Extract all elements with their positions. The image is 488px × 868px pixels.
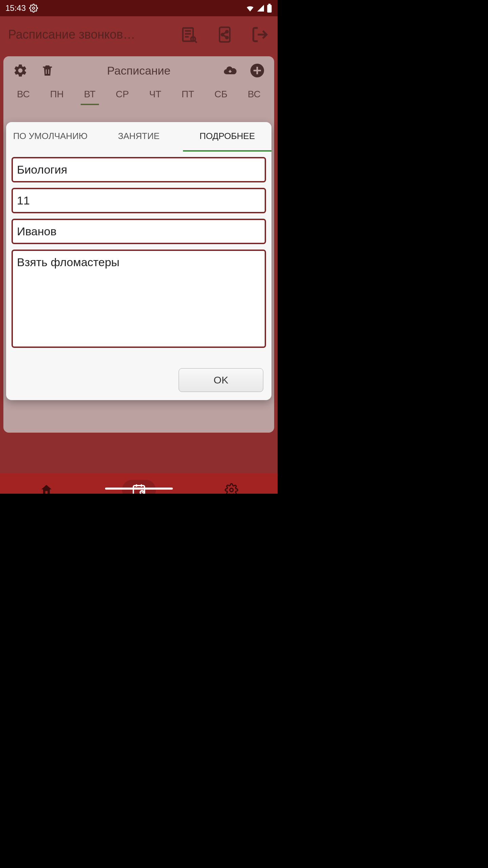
gear-outline-icon [29, 4, 38, 13]
dialog-tab-lesson[interactable]: ЗАНЯТИЕ [95, 122, 183, 152]
note-textarea[interactable] [12, 250, 266, 348]
svg-rect-2 [268, 4, 271, 5]
wifi-icon [246, 4, 255, 13]
svg-point-26 [230, 488, 233, 492]
signal-icon [257, 4, 265, 12]
battery-icon [267, 4, 272, 13]
status-time: 15:43 [5, 3, 26, 13]
bottom-nav: Время Расписание Настройки [0, 473, 278, 494]
nav-schedule[interactable]: Расписание [93, 473, 185, 494]
svg-point-0 [33, 7, 35, 9]
dialog-tab-default[interactable]: ПО УМОЛЧАНИЮ [6, 122, 95, 152]
nav-time[interactable]: Время [0, 473, 93, 494]
svg-rect-1 [267, 5, 272, 13]
nav-settings[interactable]: Настройки [185, 473, 278, 494]
edit-lesson-dialog: ПО УМОЛЧАНИЮ ЗАНЯТИЕ ПОДРОБНЕЕ OK [6, 122, 271, 400]
ok-button[interactable]: OK [179, 368, 263, 392]
teacher-input[interactable] [12, 219, 266, 244]
dialog-tab-details[interactable]: ПОДРОБНЕЕ [183, 122, 271, 152]
nav-handle[interactable] [105, 488, 173, 490]
subject-input[interactable] [12, 157, 266, 182]
room-input[interactable] [12, 188, 266, 213]
status-bar: 15:43 [0, 0, 278, 16]
